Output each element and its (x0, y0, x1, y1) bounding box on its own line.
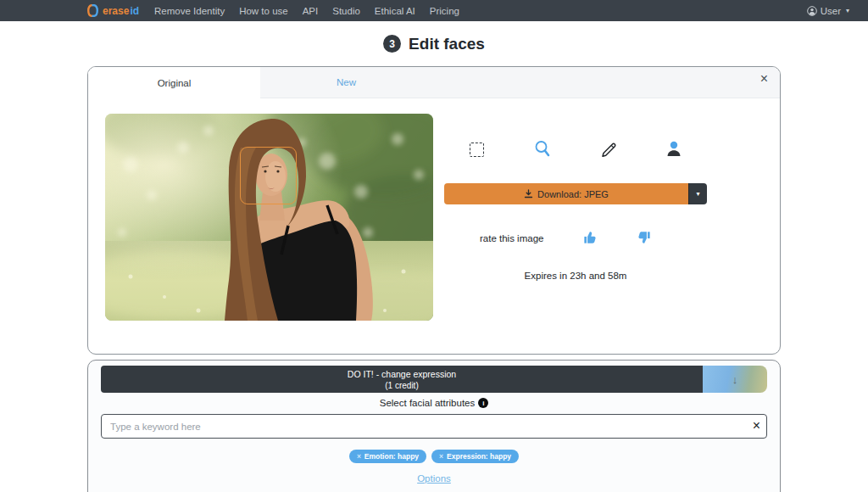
thumb-down-icon (637, 231, 651, 244)
brand-text-erase: erase (103, 5, 129, 17)
person-icon (665, 140, 682, 159)
attributes-label: Select facial attributes (380, 398, 476, 408)
page-title: Edit faces (409, 35, 485, 53)
attribute-chip-emotion[interactable]: × Emotion: happy (349, 450, 426, 463)
eraseid-logo-icon (87, 4, 98, 17)
viewer-card: Original New × (87, 66, 781, 355)
download-label: Download: JPEG (537, 189, 609, 199)
page-header: 3 Edit faces (0, 21, 868, 66)
user-menu[interactable]: User ▾ (807, 6, 849, 16)
download-split-button: Download: JPEG ▾ (444, 183, 707, 204)
zoom-tool-button[interactable] (531, 139, 554, 159)
tab-original[interactable]: Original (88, 67, 260, 99)
nav-item-remove-identity[interactable]: Remove Identity (154, 6, 225, 16)
thumb-up-button[interactable] (582, 231, 598, 246)
scroll-down-button[interactable]: ↓ (703, 366, 767, 393)
keyword-row: × (101, 414, 767, 439)
attribute-chip-expression[interactable]: × Expression: happy (431, 450, 519, 463)
nav-item-how-to-use[interactable]: How to use (239, 6, 288, 16)
clear-input-icon[interactable]: × (753, 417, 760, 435)
chips-row: × Emotion: happy × Expression: happy (88, 450, 780, 463)
expires-text: Expires in 23h and 58m (444, 271, 707, 281)
download-icon (524, 189, 533, 198)
thumb-down-button[interactable] (637, 231, 652, 246)
viewer-body: Download: JPEG ▾ rate this image (88, 98, 780, 321)
info-icon[interactable]: i (478, 398, 488, 408)
portrait-photo-illustration (105, 114, 433, 321)
navbar: eraseid Remove Identity How to use API S… (0, 0, 868, 21)
down-arrow-icon: ↓ (732, 373, 738, 386)
face-detection-box[interactable] (240, 147, 298, 204)
chip-label: Emotion: happy (364, 452, 419, 461)
edit-tool-button[interactable] (598, 139, 620, 159)
brand-text-id: id (130, 5, 139, 17)
do-it-label: DO IT! - change expression (348, 369, 456, 379)
face-tool-button[interactable] (663, 139, 685, 159)
brand-logo[interactable]: eraseid (87, 4, 139, 17)
do-it-credit-label: (1 credit) (385, 381, 418, 390)
magnifier-icon (534, 140, 551, 159)
rate-label: rate this image (480, 233, 543, 243)
caret-down-icon: ▾ (696, 190, 699, 198)
viewer-controls: Download: JPEG ▾ rate this image (444, 114, 707, 321)
select-area-tool-button[interactable] (466, 139, 488, 159)
tools-row (444, 139, 707, 159)
do-row: DO IT! - change expression (1 credit) ↓ (101, 366, 767, 393)
attributes-label-row: Select facial attributes i (88, 398, 780, 408)
tabs-strip: Original New × (88, 67, 780, 98)
caret-down-icon: ▾ (846, 7, 849, 14)
nav-item-ethical-ai[interactable]: Ethical AI (375, 6, 415, 16)
original-photo (105, 114, 433, 321)
chip-label: Expression: happy (447, 452, 511, 461)
user-circle-icon (807, 6, 817, 16)
keyword-input[interactable] (101, 414, 767, 439)
selection-square-icon (470, 143, 484, 157)
close-icon[interactable]: × (760, 72, 768, 86)
download-format-dropdown[interactable]: ▾ (688, 183, 707, 204)
do-it-button[interactable]: DO IT! - change expression (1 credit) (101, 366, 703, 393)
rate-row: rate this image (444, 230, 707, 247)
nav-item-pricing[interactable]: Pricing (430, 6, 459, 16)
user-label: User (821, 6, 841, 16)
nav-item-api[interactable]: API (303, 6, 319, 16)
options-link[interactable]: Options (88, 473, 780, 484)
remove-chip-icon[interactable]: × (439, 452, 443, 461)
step-number-badge: 3 (383, 35, 401, 53)
tab-new[interactable]: New (260, 67, 432, 98)
download-button[interactable]: Download: JPEG (444, 183, 688, 204)
remove-chip-icon[interactable]: × (357, 452, 361, 461)
thumb-up-icon (583, 231, 597, 244)
action-card: DO IT! - change expression (1 credit) ↓ … (87, 360, 781, 492)
nav-item-studio[interactable]: Studio (332, 6, 360, 16)
nav-menu: Remove Identity How to use API Studio Et… (154, 6, 459, 16)
pencil-icon (600, 140, 617, 159)
